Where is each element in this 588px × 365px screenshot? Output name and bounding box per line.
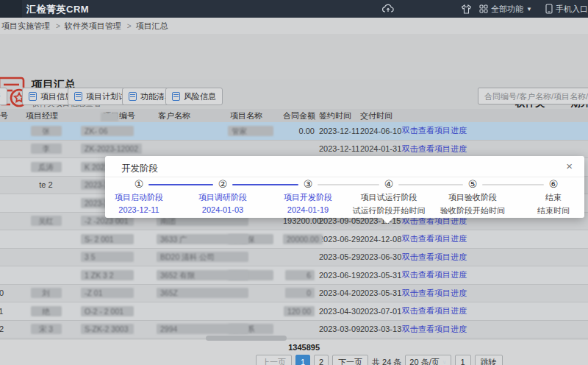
cell-customer — [157, 127, 228, 135]
cell-num: 5 — [0, 199, 11, 208]
cell-code: 1 ZK 3 2 — [81, 270, 157, 280]
view-progress-link[interactable]: 双击查看项目进度 — [402, 325, 467, 333]
view-progress-link[interactable]: 双击查看项目进度 — [402, 252, 467, 261]
cell-deliver: 2024-06-10 — [351, 127, 392, 135]
redacted-code: O-2 - 2 001 — [81, 306, 134, 316]
project-plan-icon — [74, 92, 82, 101]
cell-num: 4 — [0, 180, 11, 189]
cloud-upload-icon[interactable] — [382, 0, 394, 18]
jump-page-input[interactable] — [455, 355, 471, 365]
cell-deliver: 2023-07-01 — [351, 307, 392, 316]
redacted-code: ZK- 06 — [81, 126, 134, 136]
feature-list-icon — [129, 92, 137, 101]
breadcrumb-item[interactable]: 软件类项目管理 — [62, 21, 124, 32]
cell-manager: 绝 — [11, 306, 81, 316]
next-page-button[interactable]: 下一页 — [332, 355, 368, 365]
toolbar-button-4[interactable]: 风险信息 — [165, 88, 223, 105]
view-progress-link[interactable]: 双击查看项目进度 — [402, 270, 467, 279]
mobile-entry[interactable]: 手机入口 — [545, 0, 588, 18]
cell-num: 3 — [0, 163, 11, 171]
view-progress-link[interactable]: 双击查看项目进度 — [402, 126, 467, 135]
redacted-code: ZK-2023-12002 — [81, 143, 142, 154]
popover-divider — [105, 177, 584, 177]
table-header-row: 号项目经理项目编号客户名称项目名称合同金额签约时间交付时间 — [0, 109, 588, 122]
redacted-manager: 宋 3 — [31, 324, 62, 334]
step-label: 项目启动阶段 — [91, 192, 187, 203]
redacted-amount: 20000.00 — [283, 234, 323, 244]
cell-code: -Z 01 — [81, 288, 157, 298]
cell-customer — [157, 307, 228, 316]
table-row[interactable]: 1张ZK- 06管家0.002023-12-112024-06-10双击查看项目… — [0, 122, 588, 141]
step-value: 2023-12-11 — [91, 205, 187, 214]
view-progress-link[interactable]: 双击查看项目进度 — [402, 306, 467, 315]
cell-manager: 张 — [11, 126, 81, 136]
all-functions-label: 全部功能 — [491, 4, 523, 15]
risk-info-icon — [172, 92, 180, 101]
table-row[interactable]: 83 5BD20 清科 公司2023-05-292023-06-30双击查看项目… — [0, 249, 588, 267]
cell-customer — [157, 144, 228, 153]
detail-button[interactable]: 详情 — [0, 88, 7, 105]
cell-num: 7 — [0, 235, 11, 244]
view-progress-link[interactable]: 双击查看项目进度 — [402, 288, 467, 297]
breadcrumb-item[interactable]: 项目实施管理 — [0, 21, 53, 32]
cell-num: 6 — [0, 216, 11, 225]
page-header: 项目汇总 软件类项目信息查看 软件类 一期开发 — [0, 34, 588, 79]
cell-manager: 刘 — [11, 288, 81, 298]
prev-page-button[interactable]: 上一页 — [256, 355, 292, 365]
cell-amount — [283, 144, 315, 153]
theme-skin-icon[interactable] — [461, 0, 472, 18]
redacted-customer: 3633 广 — [157, 234, 248, 244]
redacted-manager: 李 — [31, 143, 62, 154]
table-row[interactable]: 7S- 2 0013633 广市连保20000.002023-06-292024… — [0, 230, 588, 249]
cell-amount: 0.00 — [283, 127, 315, 135]
cell-action: 双击查看项目进度 — [402, 305, 476, 316]
cell-code: O-2 - 2 001 — [81, 306, 157, 316]
redacted-manager: 张 — [31, 126, 62, 136]
cell-name: 管家 — [228, 126, 283, 136]
cell-amount: 6 — [283, 270, 315, 280]
cell-num: 11 — [0, 307, 11, 316]
all-functions-menu[interactable]: 全部功能 ▼ — [479, 0, 532, 18]
search-input[interactable] — [478, 88, 588, 104]
table-row[interactable]: 11绝O-2 - 2 001120 002023-04-302023-07-01… — [0, 302, 588, 321]
cell-sign: 2023-06-19 — [315, 271, 351, 280]
col-header-sign: 签约时间 — [315, 110, 351, 121]
phase-step-6: ⑥结束结束时间 — [506, 179, 588, 216]
step-label: 项目调研阶段 — [175, 192, 270, 203]
cell-sign: 2023-12-11 — [315, 144, 351, 153]
cell-manager: 李 — [11, 143, 81, 154]
page-size-select[interactable]: 20 条/页∨ — [405, 355, 451, 365]
table-row[interactable]: 10刘-Z 01365Z02023-04-202023-05-31双击查看项目进… — [0, 285, 588, 303]
view-progress-link[interactable]: 双击查看项目进度 — [402, 144, 467, 153]
cell-manager: 吴红 — [11, 216, 81, 226]
col-header-name: 项目名称 — [228, 110, 283, 121]
cell-action: 双击查看项目进度 — [402, 324, 476, 335]
page-button-2[interactable]: 2 — [314, 355, 329, 365]
apps-grid-icon — [479, 4, 488, 13]
close-icon[interactable]: × — [566, 160, 573, 172]
cell-action: 双击查看项目进度 — [402, 125, 476, 136]
cell-customer: 3633 广 — [157, 234, 228, 244]
table-row[interactable]: 91 ZK 3 23652 有限庠62023-06-192023-05-31双击… — [0, 266, 588, 285]
sidebar-toggle[interactable] — [0, 0, 22, 18]
page-button-1[interactable]: 1 — [295, 355, 310, 365]
cell-action: 双击查看项目进度 — [402, 233, 476, 244]
jump-button[interactable]: 跳转 — [475, 355, 503, 365]
chevron-down-icon: ∨ — [442, 359, 447, 365]
cell-amount — [283, 252, 315, 261]
cell-manager — [11, 252, 81, 261]
toolbar-button-label: 风险信息 — [184, 91, 216, 102]
horizontal-scrollbar[interactable] — [206, 336, 287, 341]
cell-num: 1 — [0, 127, 11, 135]
cell-deliver: 2023-05-31 — [351, 288, 392, 297]
step-label: 结束 — [506, 192, 588, 203]
cell-amount: 0 — [283, 288, 315, 298]
mobile-phone-icon — [545, 4, 553, 14]
table-row[interactable]: 12宋 3S-ZK-2 30032994管理系2023-03-092023-03… — [0, 321, 588, 339]
breadcrumb-item[interactable]: 项目汇总 — [133, 21, 171, 32]
popover-title: 开发阶段 — [121, 163, 158, 175]
cell-num: 8 — [0, 252, 11, 261]
view-progress-link[interactable]: 双击查看项目进度 — [402, 234, 467, 243]
project-info-icon — [29, 92, 37, 101]
redacted-customer: 365Z — [157, 288, 248, 298]
